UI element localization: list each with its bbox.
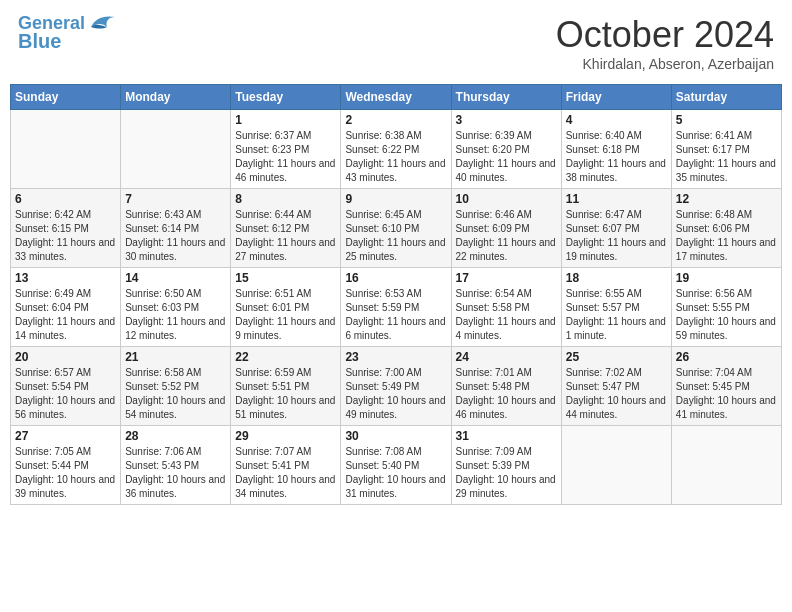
day-info: Sunrise: 6:50 AMSunset: 6:03 PMDaylight:… — [125, 287, 226, 343]
table-row: 22Sunrise: 6:59 AMSunset: 5:51 PMDayligh… — [231, 347, 341, 426]
table-row: 15Sunrise: 6:51 AMSunset: 6:01 PMDayligh… — [231, 268, 341, 347]
table-row: 3Sunrise: 6:39 AMSunset: 6:20 PMDaylight… — [451, 110, 561, 189]
day-info: Sunrise: 6:55 AMSunset: 5:57 PMDaylight:… — [566, 287, 667, 343]
table-row: 20Sunrise: 6:57 AMSunset: 5:54 PMDayligh… — [11, 347, 121, 426]
title-area: October 2024 Khirdalan, Abseron, Azerbai… — [556, 14, 774, 72]
table-row: 23Sunrise: 7:00 AMSunset: 5:49 PMDayligh… — [341, 347, 451, 426]
day-number: 25 — [566, 350, 667, 364]
day-number: 15 — [235, 271, 336, 285]
calendar-week-row: 6Sunrise: 6:42 AMSunset: 6:15 PMDaylight… — [11, 189, 782, 268]
logo-bird-icon — [87, 13, 115, 31]
table-row: 4Sunrise: 6:40 AMSunset: 6:18 PMDaylight… — [561, 110, 671, 189]
col-sunday: Sunday — [11, 85, 121, 110]
day-number: 27 — [15, 429, 116, 443]
day-number: 13 — [15, 271, 116, 285]
day-info: Sunrise: 6:46 AMSunset: 6:09 PMDaylight:… — [456, 208, 557, 264]
day-info: Sunrise: 6:42 AMSunset: 6:15 PMDaylight:… — [15, 208, 116, 264]
day-number: 5 — [676, 113, 777, 127]
day-info: Sunrise: 7:02 AMSunset: 5:47 PMDaylight:… — [566, 366, 667, 422]
table-row: 17Sunrise: 6:54 AMSunset: 5:58 PMDayligh… — [451, 268, 561, 347]
day-info: Sunrise: 6:41 AMSunset: 6:17 PMDaylight:… — [676, 129, 777, 185]
table-row: 31Sunrise: 7:09 AMSunset: 5:39 PMDayligh… — [451, 426, 561, 505]
day-info: Sunrise: 6:44 AMSunset: 6:12 PMDaylight:… — [235, 208, 336, 264]
day-number: 1 — [235, 113, 336, 127]
table-row: 28Sunrise: 7:06 AMSunset: 5:43 PMDayligh… — [121, 426, 231, 505]
month-title: October 2024 — [556, 14, 774, 56]
day-info: Sunrise: 7:00 AMSunset: 5:49 PMDaylight:… — [345, 366, 446, 422]
day-info: Sunrise: 6:45 AMSunset: 6:10 PMDaylight:… — [345, 208, 446, 264]
day-info: Sunrise: 6:37 AMSunset: 6:23 PMDaylight:… — [235, 129, 336, 185]
day-info: Sunrise: 6:39 AMSunset: 6:20 PMDaylight:… — [456, 129, 557, 185]
day-number: 7 — [125, 192, 226, 206]
day-number: 28 — [125, 429, 226, 443]
col-friday: Friday — [561, 85, 671, 110]
day-info: Sunrise: 6:49 AMSunset: 6:04 PMDaylight:… — [15, 287, 116, 343]
day-info: Sunrise: 6:43 AMSunset: 6:14 PMDaylight:… — [125, 208, 226, 264]
table-row — [561, 426, 671, 505]
day-number: 24 — [456, 350, 557, 364]
table-row: 25Sunrise: 7:02 AMSunset: 5:47 PMDayligh… — [561, 347, 671, 426]
day-info: Sunrise: 7:05 AMSunset: 5:44 PMDaylight:… — [15, 445, 116, 501]
day-number: 12 — [676, 192, 777, 206]
table-row — [11, 110, 121, 189]
col-wednesday: Wednesday — [341, 85, 451, 110]
table-row: 14Sunrise: 6:50 AMSunset: 6:03 PMDayligh… — [121, 268, 231, 347]
day-number: 10 — [456, 192, 557, 206]
location: Khirdalan, Abseron, Azerbaijan — [556, 56, 774, 72]
day-info: Sunrise: 6:40 AMSunset: 6:18 PMDaylight:… — [566, 129, 667, 185]
calendar-week-row: 13Sunrise: 6:49 AMSunset: 6:04 PMDayligh… — [11, 268, 782, 347]
day-info: Sunrise: 6:58 AMSunset: 5:52 PMDaylight:… — [125, 366, 226, 422]
table-row — [121, 110, 231, 189]
day-number: 31 — [456, 429, 557, 443]
day-number: 8 — [235, 192, 336, 206]
table-row: 19Sunrise: 6:56 AMSunset: 5:55 PMDayligh… — [671, 268, 781, 347]
day-number: 16 — [345, 271, 446, 285]
day-info: Sunrise: 7:08 AMSunset: 5:40 PMDaylight:… — [345, 445, 446, 501]
table-row: 21Sunrise: 6:58 AMSunset: 5:52 PMDayligh… — [121, 347, 231, 426]
day-info: Sunrise: 6:56 AMSunset: 5:55 PMDaylight:… — [676, 287, 777, 343]
table-row: 7Sunrise: 6:43 AMSunset: 6:14 PMDaylight… — [121, 189, 231, 268]
calendar-table: Sunday Monday Tuesday Wednesday Thursday… — [10, 84, 782, 505]
table-row: 29Sunrise: 7:07 AMSunset: 5:41 PMDayligh… — [231, 426, 341, 505]
logo: General Blue — [18, 14, 115, 52]
col-tuesday: Tuesday — [231, 85, 341, 110]
day-number: 14 — [125, 271, 226, 285]
day-number: 19 — [676, 271, 777, 285]
table-row: 30Sunrise: 7:08 AMSunset: 5:40 PMDayligh… — [341, 426, 451, 505]
table-row — [671, 426, 781, 505]
day-number: 30 — [345, 429, 446, 443]
table-row: 9Sunrise: 6:45 AMSunset: 6:10 PMDaylight… — [341, 189, 451, 268]
table-row: 24Sunrise: 7:01 AMSunset: 5:48 PMDayligh… — [451, 347, 561, 426]
table-row: 12Sunrise: 6:48 AMSunset: 6:06 PMDayligh… — [671, 189, 781, 268]
table-row: 11Sunrise: 6:47 AMSunset: 6:07 PMDayligh… — [561, 189, 671, 268]
table-row: 2Sunrise: 6:38 AMSunset: 6:22 PMDaylight… — [341, 110, 451, 189]
day-info: Sunrise: 6:57 AMSunset: 5:54 PMDaylight:… — [15, 366, 116, 422]
day-number: 18 — [566, 271, 667, 285]
calendar-week-row: 1Sunrise: 6:37 AMSunset: 6:23 PMDaylight… — [11, 110, 782, 189]
logo-blue-text: Blue — [18, 30, 61, 52]
day-number: 21 — [125, 350, 226, 364]
day-info: Sunrise: 6:54 AMSunset: 5:58 PMDaylight:… — [456, 287, 557, 343]
day-number: 22 — [235, 350, 336, 364]
day-number: 11 — [566, 192, 667, 206]
col-thursday: Thursday — [451, 85, 561, 110]
day-info: Sunrise: 7:01 AMSunset: 5:48 PMDaylight:… — [456, 366, 557, 422]
day-number: 17 — [456, 271, 557, 285]
table-row: 27Sunrise: 7:05 AMSunset: 5:44 PMDayligh… — [11, 426, 121, 505]
day-info: Sunrise: 6:48 AMSunset: 6:06 PMDaylight:… — [676, 208, 777, 264]
table-row: 16Sunrise: 6:53 AMSunset: 5:59 PMDayligh… — [341, 268, 451, 347]
table-row: 18Sunrise: 6:55 AMSunset: 5:57 PMDayligh… — [561, 268, 671, 347]
day-info: Sunrise: 7:06 AMSunset: 5:43 PMDaylight:… — [125, 445, 226, 501]
day-number: 29 — [235, 429, 336, 443]
table-row: 26Sunrise: 7:04 AMSunset: 5:45 PMDayligh… — [671, 347, 781, 426]
day-info: Sunrise: 6:38 AMSunset: 6:22 PMDaylight:… — [345, 129, 446, 185]
day-info: Sunrise: 7:04 AMSunset: 5:45 PMDaylight:… — [676, 366, 777, 422]
day-info: Sunrise: 6:47 AMSunset: 6:07 PMDaylight:… — [566, 208, 667, 264]
page-header: General Blue October 2024 Khirdalan, Abs… — [10, 10, 782, 76]
col-monday: Monday — [121, 85, 231, 110]
day-number: 4 — [566, 113, 667, 127]
day-number: 23 — [345, 350, 446, 364]
day-info: Sunrise: 6:59 AMSunset: 5:51 PMDaylight:… — [235, 366, 336, 422]
table-row: 13Sunrise: 6:49 AMSunset: 6:04 PMDayligh… — [11, 268, 121, 347]
table-row: 1Sunrise: 6:37 AMSunset: 6:23 PMDaylight… — [231, 110, 341, 189]
